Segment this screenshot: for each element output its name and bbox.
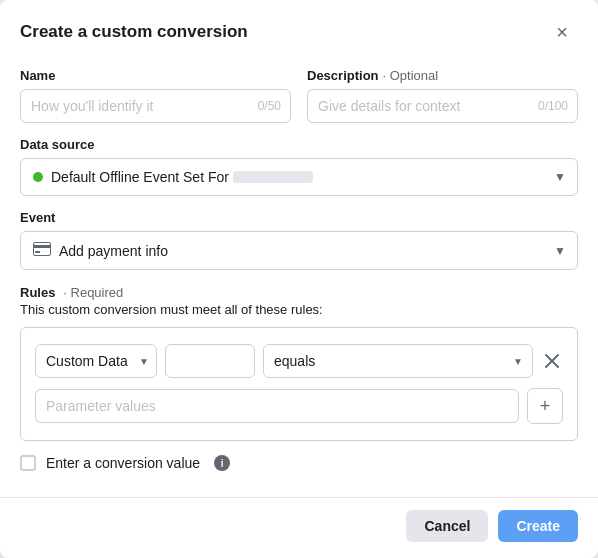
modal-create-custom-conversion: Create a custom conversion × Name 0/50 D… [0, 0, 598, 558]
modal-body: Name 0/50 Description· Optional 0/100 Da… [0, 60, 598, 497]
event-select-wrapper: Add payment info ▼ [20, 231, 578, 270]
close-button[interactable]: × [546, 16, 578, 48]
rules-label: Rules [20, 285, 55, 300]
datasource-online-indicator [33, 172, 43, 182]
name-input[interactable] [20, 89, 291, 123]
conversion-value-label: Enter a conversion value [46, 455, 200, 471]
description-input[interactable] [307, 89, 578, 123]
data-source-select-wrapper: Default Offline Event Set For ▼ [20, 158, 578, 196]
svg-rect-2 [35, 251, 40, 253]
rules-header: Rules · Required [20, 284, 578, 300]
description-input-wrapper: 0/100 [307, 89, 578, 123]
param-row: + [35, 388, 563, 424]
cancel-button[interactable]: Cancel [406, 510, 488, 542]
conversion-row: Enter a conversion value i [20, 455, 578, 471]
create-button[interactable]: Create [498, 510, 578, 542]
rule-close-button[interactable] [541, 350, 563, 372]
name-group: Name 0/50 [20, 68, 291, 123]
svg-rect-0 [34, 243, 51, 256]
rules-section: Rules · Required This custom conversion … [20, 284, 578, 441]
data-source-masked [233, 171, 313, 183]
name-input-wrapper: 0/50 [20, 89, 291, 123]
rules-required-label: · Required [63, 285, 123, 300]
rules-box: Custom Data ▼ equals ▼ [20, 327, 578, 441]
data-source-group: Data source Default Offline Event Set Fo… [20, 137, 578, 196]
data-source-value: Default Offline Event Set For [51, 169, 229, 185]
event-label: Event [20, 210, 578, 225]
data-source-label: Data source [20, 137, 578, 152]
modal-header: Create a custom conversion × [0, 0, 598, 60]
modal-footer: Cancel Create [0, 497, 598, 558]
param-values-input[interactable] [35, 389, 519, 423]
info-icon[interactable]: i [214, 455, 230, 471]
rules-row: Custom Data ▼ equals ▼ [35, 344, 563, 378]
name-label: Name [20, 68, 291, 83]
modal-title: Create a custom conversion [20, 22, 248, 42]
rule-equals-wrapper: equals ▼ [263, 344, 533, 378]
event-value: Add payment info [59, 243, 168, 259]
rules-description: This custom conversion must meet all of … [20, 302, 578, 317]
event-payment-icon [33, 242, 51, 259]
conversion-value-checkbox[interactable] [20, 455, 36, 471]
custom-data-select-wrapper: Custom Data ▼ [35, 344, 157, 378]
description-label: Description· Optional [307, 68, 578, 83]
name-description-row: Name 0/50 Description· Optional 0/100 [20, 68, 578, 123]
event-group: Event Add payment info ▼ [20, 210, 578, 270]
param-add-button[interactable]: + [527, 388, 563, 424]
description-group: Description· Optional 0/100 [307, 68, 578, 123]
rule-text-input[interactable] [165, 344, 255, 378]
data-source-select[interactable]: Default Offline Event Set For [20, 158, 578, 196]
custom-data-select[interactable]: Custom Data [35, 344, 157, 378]
event-select[interactable]: Add payment info [20, 231, 578, 270]
svg-rect-1 [33, 245, 51, 248]
rule-equals-select[interactable]: equals [263, 344, 533, 378]
